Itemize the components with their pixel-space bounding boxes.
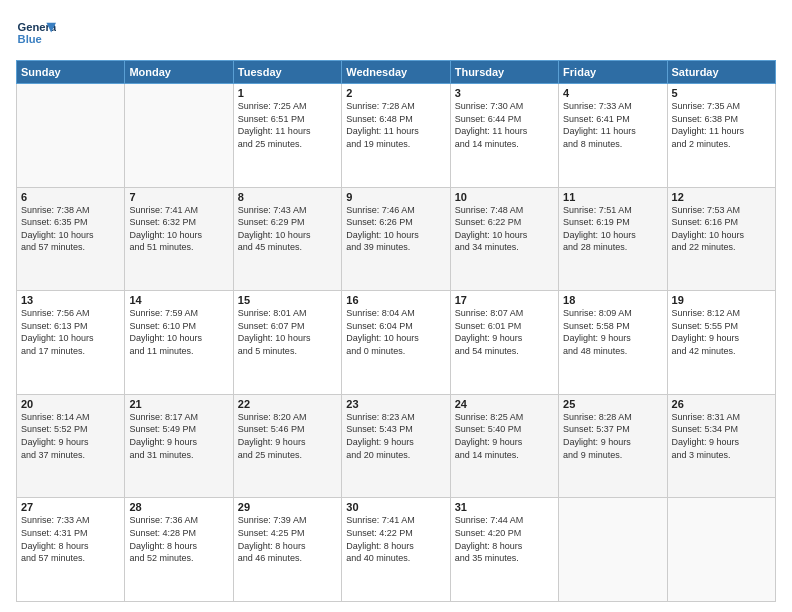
day-detail: Sunrise: 7:28 AM Sunset: 6:48 PM Dayligh… <box>346 100 445 150</box>
calendar-week-row: 20Sunrise: 8:14 AM Sunset: 5:52 PM Dayli… <box>17 394 776 498</box>
day-detail: Sunrise: 8:01 AM Sunset: 6:07 PM Dayligh… <box>238 307 337 357</box>
day-detail: Sunrise: 7:25 AM Sunset: 6:51 PM Dayligh… <box>238 100 337 150</box>
day-number: 4 <box>563 87 662 99</box>
day-number: 1 <box>238 87 337 99</box>
day-header: Saturday <box>667 61 775 84</box>
day-number: 23 <box>346 398 445 410</box>
day-number: 13 <box>21 294 120 306</box>
calendar-cell: 18Sunrise: 8:09 AM Sunset: 5:58 PM Dayli… <box>559 291 667 395</box>
calendar-cell: 17Sunrise: 8:07 AM Sunset: 6:01 PM Dayli… <box>450 291 558 395</box>
calendar-week-row: 13Sunrise: 7:56 AM Sunset: 6:13 PM Dayli… <box>17 291 776 395</box>
day-number: 31 <box>455 501 554 513</box>
calendar-cell: 21Sunrise: 8:17 AM Sunset: 5:49 PM Dayli… <box>125 394 233 498</box>
day-number: 15 <box>238 294 337 306</box>
day-detail: Sunrise: 7:48 AM Sunset: 6:22 PM Dayligh… <box>455 204 554 254</box>
day-number: 24 <box>455 398 554 410</box>
day-detail: Sunrise: 7:44 AM Sunset: 4:20 PM Dayligh… <box>455 514 554 564</box>
day-header: Friday <box>559 61 667 84</box>
day-detail: Sunrise: 8:28 AM Sunset: 5:37 PM Dayligh… <box>563 411 662 461</box>
day-number: 29 <box>238 501 337 513</box>
header: General Blue <box>16 16 776 52</box>
calendar-cell: 22Sunrise: 8:20 AM Sunset: 5:46 PM Dayli… <box>233 394 341 498</box>
day-number: 5 <box>672 87 771 99</box>
day-header: Tuesday <box>233 61 341 84</box>
day-number: 22 <box>238 398 337 410</box>
day-number: 28 <box>129 501 228 513</box>
day-number: 3 <box>455 87 554 99</box>
calendar-cell: 28Sunrise: 7:36 AM Sunset: 4:28 PM Dayli… <box>125 498 233 602</box>
day-detail: Sunrise: 8:12 AM Sunset: 5:55 PM Dayligh… <box>672 307 771 357</box>
calendar-cell: 20Sunrise: 8:14 AM Sunset: 5:52 PM Dayli… <box>17 394 125 498</box>
day-detail: Sunrise: 7:51 AM Sunset: 6:19 PM Dayligh… <box>563 204 662 254</box>
day-detail: Sunrise: 7:38 AM Sunset: 6:35 PM Dayligh… <box>21 204 120 254</box>
calendar-cell <box>125 84 233 188</box>
calendar-cell: 4Sunrise: 7:33 AM Sunset: 6:41 PM Daylig… <box>559 84 667 188</box>
day-detail: Sunrise: 7:35 AM Sunset: 6:38 PM Dayligh… <box>672 100 771 150</box>
day-detail: Sunrise: 7:56 AM Sunset: 6:13 PM Dayligh… <box>21 307 120 357</box>
calendar-cell: 25Sunrise: 8:28 AM Sunset: 5:37 PM Dayli… <box>559 394 667 498</box>
day-detail: Sunrise: 7:43 AM Sunset: 6:29 PM Dayligh… <box>238 204 337 254</box>
calendar-cell: 19Sunrise: 8:12 AM Sunset: 5:55 PM Dayli… <box>667 291 775 395</box>
day-detail: Sunrise: 7:33 AM Sunset: 6:41 PM Dayligh… <box>563 100 662 150</box>
day-header: Sunday <box>17 61 125 84</box>
calendar-cell <box>17 84 125 188</box>
calendar-cell: 12Sunrise: 7:53 AM Sunset: 6:16 PM Dayli… <box>667 187 775 291</box>
page: General Blue SundayMondayTuesdayWednesda… <box>0 0 792 612</box>
calendar-cell: 27Sunrise: 7:33 AM Sunset: 4:31 PM Dayli… <box>17 498 125 602</box>
day-number: 6 <box>21 191 120 203</box>
day-number: 17 <box>455 294 554 306</box>
day-number: 20 <box>21 398 120 410</box>
day-number: 18 <box>563 294 662 306</box>
day-detail: Sunrise: 8:31 AM Sunset: 5:34 PM Dayligh… <box>672 411 771 461</box>
calendar-cell: 16Sunrise: 8:04 AM Sunset: 6:04 PM Dayli… <box>342 291 450 395</box>
calendar-week-row: 1Sunrise: 7:25 AM Sunset: 6:51 PM Daylig… <box>17 84 776 188</box>
day-detail: Sunrise: 8:20 AM Sunset: 5:46 PM Dayligh… <box>238 411 337 461</box>
day-header: Monday <box>125 61 233 84</box>
calendar-cell: 29Sunrise: 7:39 AM Sunset: 4:25 PM Dayli… <box>233 498 341 602</box>
calendar-cell: 1Sunrise: 7:25 AM Sunset: 6:51 PM Daylig… <box>233 84 341 188</box>
day-detail: Sunrise: 7:30 AM Sunset: 6:44 PM Dayligh… <box>455 100 554 150</box>
day-number: 2 <box>346 87 445 99</box>
day-detail: Sunrise: 8:09 AM Sunset: 5:58 PM Dayligh… <box>563 307 662 357</box>
day-number: 11 <box>563 191 662 203</box>
day-number: 19 <box>672 294 771 306</box>
calendar-week-row: 27Sunrise: 7:33 AM Sunset: 4:31 PM Dayli… <box>17 498 776 602</box>
calendar-cell: 14Sunrise: 7:59 AM Sunset: 6:10 PM Dayli… <box>125 291 233 395</box>
day-detail: Sunrise: 8:17 AM Sunset: 5:49 PM Dayligh… <box>129 411 228 461</box>
day-number: 27 <box>21 501 120 513</box>
calendar-cell: 11Sunrise: 7:51 AM Sunset: 6:19 PM Dayli… <box>559 187 667 291</box>
day-detail: Sunrise: 7:53 AM Sunset: 6:16 PM Dayligh… <box>672 204 771 254</box>
calendar-cell: 3Sunrise: 7:30 AM Sunset: 6:44 PM Daylig… <box>450 84 558 188</box>
calendar-cell: 8Sunrise: 7:43 AM Sunset: 6:29 PM Daylig… <box>233 187 341 291</box>
calendar-header-row: SundayMondayTuesdayWednesdayThursdayFrid… <box>17 61 776 84</box>
day-number: 26 <box>672 398 771 410</box>
day-number: 9 <box>346 191 445 203</box>
day-detail: Sunrise: 8:23 AM Sunset: 5:43 PM Dayligh… <box>346 411 445 461</box>
day-number: 16 <box>346 294 445 306</box>
calendar-cell: 7Sunrise: 7:41 AM Sunset: 6:32 PM Daylig… <box>125 187 233 291</box>
day-header: Wednesday <box>342 61 450 84</box>
day-number: 14 <box>129 294 228 306</box>
day-detail: Sunrise: 8:04 AM Sunset: 6:04 PM Dayligh… <box>346 307 445 357</box>
day-number: 10 <box>455 191 554 203</box>
day-number: 8 <box>238 191 337 203</box>
calendar-cell: 5Sunrise: 7:35 AM Sunset: 6:38 PM Daylig… <box>667 84 775 188</box>
day-detail: Sunrise: 7:59 AM Sunset: 6:10 PM Dayligh… <box>129 307 228 357</box>
logo: General Blue <box>16 16 56 52</box>
calendar-cell: 30Sunrise: 7:41 AM Sunset: 4:22 PM Dayli… <box>342 498 450 602</box>
day-number: 30 <box>346 501 445 513</box>
day-header: Thursday <box>450 61 558 84</box>
calendar-table: SundayMondayTuesdayWednesdayThursdayFrid… <box>16 60 776 602</box>
svg-text:Blue: Blue <box>18 33 42 45</box>
calendar-cell: 9Sunrise: 7:46 AM Sunset: 6:26 PM Daylig… <box>342 187 450 291</box>
day-detail: Sunrise: 8:07 AM Sunset: 6:01 PM Dayligh… <box>455 307 554 357</box>
calendar-cell: 26Sunrise: 8:31 AM Sunset: 5:34 PM Dayli… <box>667 394 775 498</box>
calendar-cell: 24Sunrise: 8:25 AM Sunset: 5:40 PM Dayli… <box>450 394 558 498</box>
day-number: 21 <box>129 398 228 410</box>
calendar-cell <box>559 498 667 602</box>
day-detail: Sunrise: 7:39 AM Sunset: 4:25 PM Dayligh… <box>238 514 337 564</box>
day-detail: Sunrise: 7:41 AM Sunset: 6:32 PM Dayligh… <box>129 204 228 254</box>
calendar-cell: 10Sunrise: 7:48 AM Sunset: 6:22 PM Dayli… <box>450 187 558 291</box>
calendar-cell: 23Sunrise: 8:23 AM Sunset: 5:43 PM Dayli… <box>342 394 450 498</box>
day-number: 12 <box>672 191 771 203</box>
